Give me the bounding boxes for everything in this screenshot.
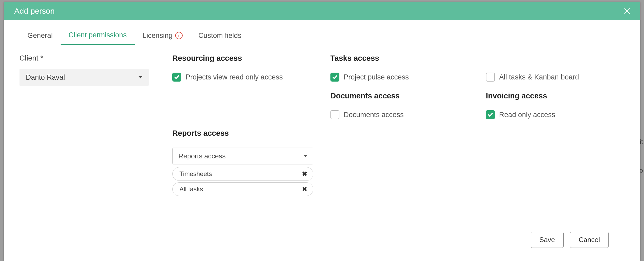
tab-licensing[interactable]: Licensing i: [135, 27, 191, 45]
save-button[interactable]: Save: [531, 232, 564, 248]
checkbox-label: Documents access: [344, 111, 404, 119]
modal-title: Add person: [14, 7, 55, 16]
checkbox-icon: [330, 73, 339, 82]
reports-select-label: Reports access: [178, 152, 226, 160]
info-icon: i: [175, 32, 183, 39]
tab-general[interactable]: General: [19, 27, 61, 45]
close-button[interactable]: [622, 6, 632, 16]
add-person-modal: Add person General Client permissions Li…: [4, 2, 640, 261]
client-label: Client *: [19, 54, 172, 62]
tab-client-permissions[interactable]: Client permissions: [61, 27, 135, 45]
invoicing-heading: Invoicing access: [486, 92, 625, 100]
tab-label: Custom fields: [198, 32, 242, 40]
modal-footer: Save Cancel: [19, 225, 625, 261]
chip-remove-icon[interactable]: ✖: [302, 185, 307, 193]
reports-heading: Reports access: [172, 129, 330, 138]
documents-access-checkbox[interactable]: Documents access: [330, 110, 486, 119]
tabs: General Client permissions Licensing i C…: [19, 27, 625, 45]
tab-label: Licensing: [143, 32, 173, 40]
chip-label: All tasks: [179, 185, 203, 193]
checkbox-label: All tasks & Kanban board: [499, 73, 579, 81]
documents-heading: Documents access: [330, 92, 486, 100]
chevron-down-icon: [139, 76, 142, 78]
resourcing-heading: Resourcing access: [172, 54, 330, 63]
form-area: Client * Danto Raval Resourcing access P…: [19, 45, 625, 198]
reports-access-select[interactable]: Reports access: [172, 148, 313, 164]
projects-readonly-checkbox[interactable]: Projects view read only access: [172, 73, 330, 82]
tab-custom-fields[interactable]: Custom fields: [191, 27, 250, 45]
reports-section: Reports access Reports access Timesheets…: [172, 129, 330, 198]
checkbox-icon: [172, 73, 181, 82]
column-kanban-invoicing: . All tasks & Kanban board Invoicing acc…: [486, 54, 625, 198]
column-tasks-documents: Tasks access Project pulse access Docume…: [330, 54, 486, 198]
all-tasks-kanban-checkbox[interactable]: All tasks & Kanban board: [486, 73, 625, 82]
checkbox-label: Projects view read only access: [186, 73, 283, 81]
client-select-value: Danto Raval: [26, 73, 65, 82]
invoicing-readonly-checkbox[interactable]: Read only access: [486, 110, 625, 119]
column-client: Client * Danto Raval: [19, 54, 172, 198]
chip-label: Timesheets: [179, 170, 212, 178]
report-chip-all-tasks: All tasks ✖: [172, 182, 313, 196]
tasks-heading: Tasks access: [330, 54, 486, 63]
checkbox-icon: [330, 110, 339, 119]
cancel-button[interactable]: Cancel: [570, 232, 609, 248]
checkbox-label: Project pulse access: [344, 73, 409, 81]
client-select[interactable]: Danto Raval: [19, 69, 149, 86]
column-resourcing-reports: Resourcing access Projects view read onl…: [172, 54, 330, 198]
project-pulse-checkbox[interactable]: Project pulse access: [330, 73, 486, 82]
checkbox-icon: [486, 73, 495, 82]
close-icon: [623, 7, 631, 15]
checkbox-icon: [486, 110, 495, 119]
tab-label: Client permissions: [69, 31, 127, 39]
chip-remove-icon[interactable]: ✖: [302, 170, 307, 178]
modal-header: Add person: [4, 2, 640, 20]
checkbox-label: Read only access: [499, 111, 555, 119]
chevron-down-icon: [304, 155, 307, 157]
tab-label: General: [27, 32, 53, 40]
report-chip-timesheets: Timesheets ✖: [172, 167, 313, 181]
modal-body: General Client permissions Licensing i C…: [4, 20, 640, 261]
